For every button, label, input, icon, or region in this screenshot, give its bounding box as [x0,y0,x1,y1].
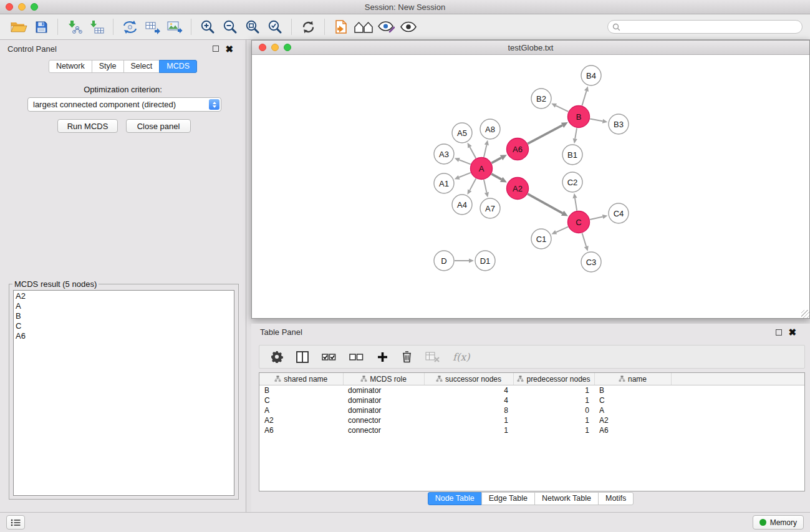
mcds-result-list[interactable]: A2ABCA6 [13,290,234,496]
graph-edge-A-A3[interactable] [459,160,470,164]
deselect-all-button[interactable] [349,351,364,362]
graph-node-label: A8 [485,125,495,134]
network-window-titlebar[interactable]: testGlobe.txt [252,41,809,55]
attribute-icon [274,375,281,382]
delete-column-button[interactable] [402,351,412,363]
close-table-panel-icon[interactable]: ✖ [788,327,796,337]
graph-edge-A6-B[interactable] [528,125,562,144]
column-header-successor-nodes[interactable]: successor nodes [424,373,513,385]
open-session-file-button[interactable] [330,17,352,37]
tab-select[interactable]: Select [123,60,160,73]
network-zoom-button[interactable] [284,44,291,51]
search-icon [612,23,620,31]
graph-edge-arrow-icon [602,215,608,219]
memory-button[interactable]: Memory [753,515,804,530]
graph-edge-B-B3[interactable] [590,118,602,121]
mcds-result-item[interactable]: C [14,321,234,331]
tab-network-table[interactable]: Network Table [534,492,599,505]
close-window-button[interactable] [6,3,13,11]
table-panel-header: Table Panel ✖ [251,324,805,341]
column-header-predecessor-nodes[interactable]: predecessor nodes [513,373,594,385]
select-all-button[interactable] [322,351,336,362]
close-panel-icon[interactable]: ✖ [225,44,233,54]
table-row[interactable]: A6connector11A6 [259,425,804,435]
graph-edge-B-B4[interactable] [582,91,586,105]
table-row[interactable]: Bdominator41B [259,385,804,396]
open-file-button[interactable] [7,17,30,37]
zoom-selected-button[interactable] [264,17,286,37]
search-input[interactable] [623,22,798,32]
tab-edge-table[interactable]: Edge Table [481,492,535,505]
tab-mcds[interactable]: MCDS [159,60,197,73]
graph-edge-A2-C[interactable] [528,194,562,213]
function-builder-button[interactable]: f(x) [453,351,470,363]
zoom-out-button[interactable] [219,17,241,37]
network-close-button[interactable] [259,44,266,51]
column-header-shared-name[interactable]: shared name [259,373,343,385]
add-column-button[interactable] [377,351,388,363]
search-field[interactable] [607,20,803,34]
mcds-result-item[interactable]: A6 [14,331,234,341]
save-session-button[interactable] [30,17,52,37]
hide-graphics-details-button[interactable] [375,17,397,37]
graph-node-label: D1 [480,256,491,266]
graph-edge-A-A5[interactable] [470,147,476,158]
network-canvas[interactable]: B4B2BB3A5A8A6B1A3AC2A1A2A4A7C4CC1DD1C3 [253,55,809,317]
tab-style[interactable]: Style [92,60,124,73]
column-header-MCDS-role[interactable]: MCDS role [343,373,424,385]
graph-edge-C-C2[interactable] [575,198,577,211]
import-network-button[interactable] [63,17,85,37]
zoom-fit-button[interactable] [241,17,264,37]
mcds-result-item[interactable]: A2 [14,291,234,301]
table-row[interactable]: A2connector11A2 [259,415,804,425]
tab-motifs[interactable]: Motifs [598,492,634,505]
tab-network[interactable]: Network [49,60,92,73]
graph-edge-C-C4[interactable] [590,217,603,220]
float-panel-icon[interactable] [213,46,219,52]
graph-edge-A-A4[interactable] [470,178,476,190]
column-settings-button[interactable] [271,351,283,363]
resize-grip-icon[interactable] [801,310,809,318]
mcds-result-item[interactable]: A [14,301,234,311]
graph-edge-A-A7[interactable] [484,180,486,193]
table-row[interactable]: Cdominator41C [259,395,804,405]
delete-table-button[interactable] [425,352,440,362]
show-graphics-details-button[interactable] [397,17,420,37]
minimize-window-button[interactable] [18,3,26,11]
graph-edge-A-A8[interactable] [484,145,486,157]
optimization-criterion-label: Optimization criterion: [0,85,246,94]
zoom-window-button[interactable] [31,3,38,11]
optimization-criterion-value: largest connected component (directed) [33,100,176,109]
column-header-name[interactable]: name [594,373,671,385]
export-network-button[interactable] [118,17,141,37]
float-table-panel-icon[interactable] [776,329,782,336]
first-neighbors-button[interactable] [352,17,375,37]
graph-edge-A-A1[interactable] [459,173,471,177]
graph-edge-C-C3[interactable] [582,233,587,247]
graph-edge-B-B2[interactable] [556,105,568,112]
zoom-in-icon [200,19,215,34]
main-toolbar [0,14,810,40]
export-image-button[interactable] [163,17,186,37]
export-network-icon [122,20,138,34]
optimization-criterion-select[interactable]: largest connected component (directed) [27,97,221,112]
task-history-button[interactable] [6,515,25,530]
zoom-in-button[interactable] [196,17,219,37]
graph-edge-A-A6[interactable] [491,158,501,163]
run-mcds-button[interactable]: Run MCDS [57,119,118,133]
control-panel-tabs: NetworkStyleSelectMCDS [0,60,246,73]
graph-edge-A-A2[interactable] [491,174,501,180]
graph-edge-C-C1[interactable] [556,227,568,233]
import-table-button[interactable] [85,17,108,37]
graph-edge-B-B1[interactable] [575,128,577,138]
export-table-button[interactable] [141,17,163,37]
show-columns-button[interactable] [296,351,309,363]
mcds-result-item[interactable]: B [14,311,234,321]
table-row[interactable]: Adominator80A [259,405,804,415]
toolbar-separator [291,19,292,35]
fx-icon: f(x) [453,351,470,363]
tab-node-table[interactable]: Node Table [428,492,482,505]
close-panel-button[interactable]: Close panel [126,119,191,133]
network-minimize-button[interactable] [271,44,279,51]
apply-layout-button[interactable] [297,17,319,37]
